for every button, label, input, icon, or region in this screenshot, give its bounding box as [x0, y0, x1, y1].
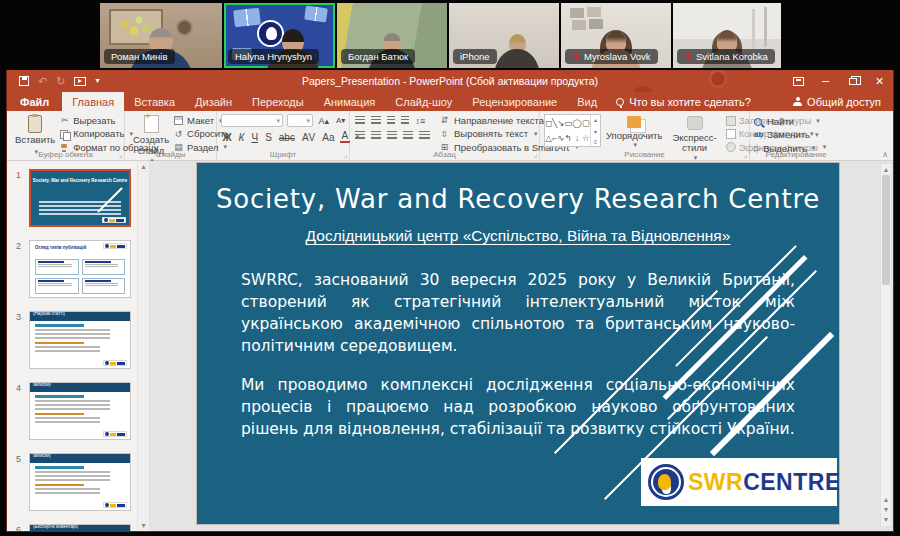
text-direction-icon: ⇵	[439, 115, 450, 126]
slide-thumbnail-4[interactable]: Policy Briefs (Політичні записки)	[29, 382, 131, 440]
shape-icon[interactable]: ☆	[582, 134, 590, 143]
thumb-header-bar: Insights (Аналітичні записки)	[30, 454, 130, 463]
shape-icon[interactable]: ∿	[557, 134, 564, 143]
italic-button[interactable]: К	[237, 132, 246, 143]
save-icon[interactable]	[19, 76, 29, 86]
numbering-icon[interactable]	[371, 116, 381, 126]
tab-главная[interactable]: Главная	[62, 92, 124, 111]
thumb-title-text: Society, War and Recovery Research Centr…	[31, 178, 129, 184]
editing-group: Найти abЗаменить▾ ▷Выделить▾ Редактирова…	[750, 111, 842, 160]
customize-qat-icon[interactable]: ▾	[95, 77, 99, 85]
decrease-indent-icon[interactable]	[387, 116, 395, 126]
collapse-ribbon-icon[interactable]: ∧	[882, 150, 888, 159]
char-spacing-button[interactable]: АV	[300, 132, 316, 143]
shape-icon[interactable]: ↘	[557, 119, 564, 128]
increase-font-icon[interactable]: А▴	[317, 116, 331, 126]
participant-name-text: Halyna Hrynyshyn	[235, 52, 312, 62]
tab-рецензирование[interactable]: Рецензирование	[462, 92, 567, 111]
increase-indent-icon[interactable]	[401, 116, 409, 126]
start-slideshow-icon[interactable]	[74, 77, 86, 86]
columns-icon[interactable]	[419, 131, 430, 141]
strikethrough-button[interactable]: abc	[277, 132, 296, 143]
bullets-icon[interactable]	[355, 116, 365, 126]
tab-слайд-шоу[interactable]: Слайд-шоу	[385, 92, 462, 111]
scroll-down-icon[interactable]: ▼	[883, 516, 890, 523]
decrease-font-icon[interactable]: А▾	[335, 116, 347, 125]
paragraph-dialog-launcher[interactable]: ⌟	[534, 151, 537, 159]
slides-group: Создать слайд▾ Макет▾ ↺Сбросить ▤Раздел▾…	[125, 111, 217, 160]
redo-icon[interactable]: ↻	[56, 76, 65, 87]
slide-thumbnail-5[interactable]: Insights (Аналітичні записки)	[29, 453, 131, 511]
font-dialog-launcher[interactable]: ⌟	[344, 151, 347, 159]
next-slide-icon[interactable]: ▼	[883, 506, 890, 513]
quick-access-toolbar: ↶ ↻ ▾	[7, 76, 99, 87]
ribbon-display-options-button[interactable]	[785, 70, 812, 92]
restore-button[interactable]	[839, 70, 866, 92]
tab-файл[interactable]: Файл	[7, 92, 62, 111]
scroll-up-icon[interactable]: ▲	[883, 166, 890, 173]
arrange-button[interactable]: Упорядочить▾	[601, 114, 668, 149]
slide-canvas[interactable]: Society, War and Recovery Research Centr…	[197, 163, 839, 524]
editing-group-label: Редактирование	[750, 150, 842, 159]
shape-gallery-scroll[interactable]: ▴▾≡	[590, 115, 600, 146]
align-right-icon[interactable]	[387, 131, 397, 141]
participant-tile[interactable]: Роман Минів	[100, 3, 222, 68]
minimize-button[interactable]: –	[812, 70, 839, 92]
shape-icon[interactable]: ▭	[564, 119, 572, 128]
close-button[interactable]: ×	[866, 70, 893, 92]
thumb-header-bar: Policy Briefs (Політичні записки)	[30, 383, 130, 392]
drawing-dialog-launcher[interactable]: ⌟	[744, 151, 747, 159]
shape-icon[interactable]: ◯	[572, 119, 582, 128]
slide-thumbnail-1[interactable]: Society, War and Recovery Research Centr…	[29, 169, 131, 227]
font-name-select[interactable]: ▾	[221, 114, 283, 127]
tab-вид[interactable]: Вид	[567, 92, 607, 111]
slide-paragraph-2: Ми проводимо комплексні дослідження соці…	[241, 374, 795, 440]
slide-thumbnail-6[interactable]: Commentary (Експертні коментарі)	[29, 524, 131, 531]
change-case-button[interactable]: Аа	[321, 132, 336, 143]
text-shadow-button[interactable]: S	[264, 132, 274, 143]
shape-icon[interactable]: ◻	[545, 119, 552, 128]
participant-tile[interactable]: Богдан Батюк	[337, 3, 447, 68]
tell-me-box[interactable]: Что вы хотите сделать?	[607, 92, 760, 111]
align-left-icon[interactable]	[355, 131, 365, 141]
underline-button[interactable]: Ч	[250, 132, 260, 143]
font-color-button[interactable]: А	[340, 131, 350, 143]
vertical-scrollbar[interactable]: ▲ ▲ ▼ ▼	[880, 163, 892, 527]
replace-button[interactable]: abЗаменить▾	[754, 129, 819, 140]
clipboard-dialog-launcher[interactable]: ⌟	[119, 151, 122, 159]
paragraph-group: ↕≡ ⇵Направление текста▾ ⇳Выровнять текст…	[350, 111, 540, 160]
undo-icon[interactable]: ↶	[38, 76, 47, 87]
previous-slide-icon[interactable]: ▲	[883, 496, 890, 503]
participant-tile[interactable]: Myroslava Vovk	[561, 3, 671, 68]
shape-icon[interactable]: ▢	[582, 119, 590, 128]
thumbnail-scrollbar[interactable]: ▲▼	[137, 161, 150, 531]
participant-tile[interactable]: Halyna Hrynyshyn	[224, 3, 335, 68]
find-button[interactable]: Найти	[754, 116, 819, 127]
participant-tile[interactable]: iPhone	[449, 3, 559, 68]
restore-icon	[849, 78, 857, 85]
participant-tile[interactable]: Svitlana Korobka	[673, 3, 781, 68]
tab-анимация[interactable]: Анимация	[314, 92, 386, 111]
shape-gallery[interactable]: ◻╲↘▭◯▢△⌐∿↰↓☆ ▴▾≡	[544, 114, 601, 147]
bold-button[interactable]: Ж	[221, 132, 233, 143]
scrollbar-thumb[interactable]	[882, 175, 890, 285]
tab-дизайн[interactable]: Дизайн	[185, 92, 242, 111]
line-spacing-icon[interactable]: ↕≡	[414, 116, 427, 126]
slide-thumbnail-panel[interactable]: 1Society, War and Recovery Research Cent…	[7, 161, 137, 531]
shape-icon[interactable]: ↓	[575, 134, 579, 143]
participant-name: iPhone	[453, 49, 497, 65]
shape-icon[interactable]: △	[545, 134, 552, 143]
swr-logo-icon	[648, 464, 684, 500]
tab-переходы[interactable]: Переходы	[242, 92, 314, 111]
shape-icon[interactable]: ↰	[565, 134, 572, 143]
thumbnail-number: 2	[16, 241, 21, 251]
share-button[interactable]: Общий доступ	[781, 92, 893, 111]
justify-icon[interactable]	[403, 131, 413, 141]
thumb-logo	[103, 360, 127, 366]
tab-вставка[interactable]: Вставка	[124, 92, 185, 111]
align-center-icon[interactable]	[371, 131, 381, 141]
slide-thumbnail-2[interactable]: Огляд типів публікацій	[29, 240, 131, 298]
font-size-select[interactable]: ▾	[287, 114, 313, 127]
slide-title: Society, War and Recovery Research Centr…	[197, 184, 839, 214]
slide-thumbnail-3[interactable]: Research Papers (Наукові статті)	[29, 311, 131, 369]
